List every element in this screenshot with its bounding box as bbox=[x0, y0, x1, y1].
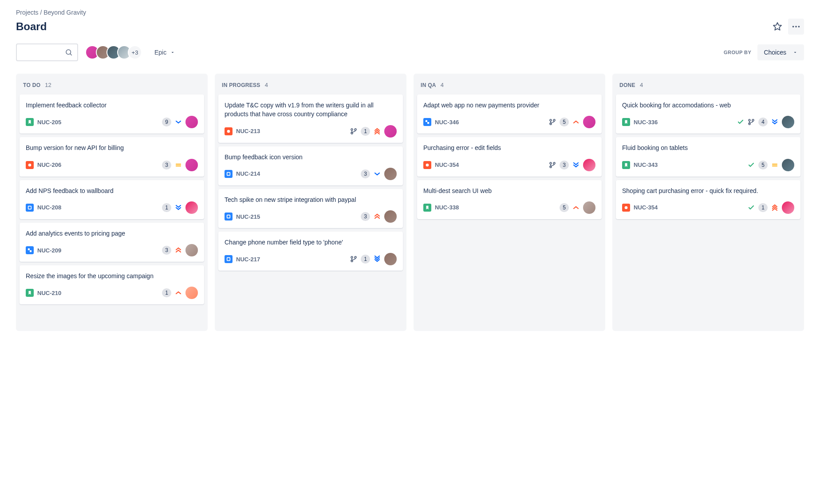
star-button[interactable] bbox=[769, 19, 785, 35]
svg-point-19 bbox=[355, 256, 356, 258]
issue-key: NUC-343 bbox=[634, 161, 658, 168]
card-title: Update T&C copy with v1.9 from the write… bbox=[225, 101, 397, 119]
assignee-avatar[interactable] bbox=[583, 201, 595, 214]
svg-line-4 bbox=[70, 54, 72, 55]
issue-card[interactable]: Resize the images for the upcoming campa… bbox=[20, 265, 204, 304]
issue-key: NUC-346 bbox=[435, 119, 459, 126]
column-count: 12 bbox=[45, 82, 51, 88]
story-points-badge: 4 bbox=[758, 118, 768, 126]
breadcrumb-project[interactable]: Beyond Gravity bbox=[43, 9, 86, 16]
issue-card[interactable]: Implement feedback collector NUC-205 9 bbox=[20, 94, 204, 134]
issue-card[interactable]: Tech spike on new stripe integration wit… bbox=[218, 189, 403, 228]
story-points-badge: 1 bbox=[162, 203, 171, 212]
issue-card[interactable]: Multi-dest search UI web NUC-338 5 bbox=[417, 180, 602, 219]
svg-point-27 bbox=[550, 162, 552, 164]
issue-card[interactable]: Update T&C copy with v1.9 from the write… bbox=[218, 94, 403, 143]
issue-key: NUC-209 bbox=[37, 247, 61, 254]
issue-card[interactable]: Add NPS feedback to wallboard NUC-208 1 bbox=[20, 180, 204, 219]
assignee-avatar[interactable] bbox=[782, 116, 794, 128]
svg-rect-10 bbox=[30, 250, 32, 252]
assignee-avatar[interactable] bbox=[782, 201, 794, 214]
assignee-avatar[interactable] bbox=[583, 159, 595, 171]
group-by-select[interactable]: Choices bbox=[757, 44, 804, 60]
issue-card[interactable]: Quick booking for accomodations - web NU… bbox=[616, 94, 800, 134]
priority-icon bbox=[175, 161, 182, 169]
assignee-avatar[interactable] bbox=[384, 210, 397, 223]
priority-icon bbox=[771, 118, 778, 126]
svg-point-18 bbox=[351, 256, 353, 258]
column-title: IN PROGRESS bbox=[222, 82, 260, 88]
issue-card[interactable]: Fluid booking on tablets NUC-343 5 bbox=[616, 137, 800, 176]
assignee-avatar[interactable] bbox=[384, 253, 397, 265]
column-count: 4 bbox=[441, 82, 444, 88]
issue-card[interactable]: Bump version for new API for billing NUC… bbox=[20, 137, 204, 176]
card-title: Change phone number field type to 'phone… bbox=[225, 238, 397, 247]
issue-key: NUC-215 bbox=[236, 213, 260, 220]
priority-icon bbox=[374, 128, 381, 135]
breadcrumb-root[interactable]: Projects bbox=[16, 9, 39, 16]
board-column: IN QA4 Adapt web app no new payments pro… bbox=[414, 74, 605, 331]
avatar-overflow[interactable]: +3 bbox=[128, 45, 142, 59]
issue-card[interactable]: Purchasing error - edit fields NUC-354 3 bbox=[417, 137, 602, 176]
subtask-icon bbox=[423, 118, 431, 126]
issue-key: NUC-354 bbox=[435, 161, 459, 168]
column-count: 4 bbox=[640, 82, 643, 88]
assignee-avatar[interactable] bbox=[384, 125, 397, 138]
svg-point-26 bbox=[426, 163, 429, 166]
svg-rect-17 bbox=[227, 258, 230, 261]
priority-icon bbox=[572, 204, 580, 211]
story-icon bbox=[423, 204, 431, 212]
svg-rect-9 bbox=[28, 248, 30, 250]
done-check-icon bbox=[748, 204, 755, 211]
bug-icon bbox=[26, 161, 34, 169]
search-input[interactable] bbox=[16, 43, 78, 61]
issue-card[interactable]: Bump feedback icon version NUC-214 3 bbox=[218, 146, 403, 185]
story-icon bbox=[622, 118, 630, 126]
assignee-avatar[interactable] bbox=[782, 159, 794, 171]
story-points-badge: 1 bbox=[361, 127, 370, 136]
epic-filter[interactable]: Epic bbox=[149, 45, 181, 59]
branch-icon bbox=[549, 161, 556, 169]
issue-card[interactable]: Add analytics events to pricing page NUC… bbox=[20, 223, 204, 262]
avatar-stack[interactable]: +3 bbox=[85, 45, 142, 59]
assignee-avatar[interactable] bbox=[583, 116, 595, 128]
chevron-down-icon bbox=[170, 50, 175, 55]
card-title: Purchasing error - edit fields bbox=[423, 143, 595, 152]
board-column: IN PROGRESS4 Update T&C copy with v1.9 f… bbox=[215, 74, 406, 331]
svg-point-2 bbox=[798, 26, 800, 28]
assignee-avatar[interactable] bbox=[185, 159, 198, 171]
svg-point-13 bbox=[355, 129, 356, 130]
task-icon bbox=[225, 170, 233, 178]
assignee-avatar[interactable] bbox=[384, 168, 397, 180]
story-points-badge: 1 bbox=[162, 288, 171, 297]
bug-icon bbox=[622, 204, 630, 212]
issue-key: NUC-214 bbox=[236, 170, 260, 177]
issue-key: NUC-338 bbox=[435, 204, 459, 211]
more-button[interactable] bbox=[788, 19, 804, 35]
assignee-avatar[interactable] bbox=[185, 287, 198, 299]
card-title: Shoping cart purchasing error - quick fi… bbox=[622, 186, 794, 195]
column-title: DONE bbox=[619, 82, 635, 88]
story-icon bbox=[622, 161, 630, 169]
card-title: Quick booking for accomodations - web bbox=[622, 101, 794, 110]
story-points-badge: 3 bbox=[162, 246, 171, 255]
svg-point-1 bbox=[795, 26, 797, 28]
branch-icon bbox=[748, 118, 755, 126]
card-title: Add NPS feedback to wallboard bbox=[26, 186, 198, 195]
issue-key: NUC-205 bbox=[37, 119, 61, 126]
card-title: Resize the images for the upcoming campa… bbox=[26, 272, 198, 280]
story-points-badge: 3 bbox=[361, 169, 370, 178]
assignee-avatar[interactable] bbox=[185, 116, 198, 128]
group-by-value: Choices bbox=[764, 49, 786, 56]
assignee-avatar[interactable] bbox=[185, 201, 198, 214]
issue-card[interactable]: Adapt web app no new payments provider N… bbox=[417, 94, 602, 134]
issue-card[interactable]: Shoping cart purchasing error - quick fi… bbox=[616, 180, 800, 219]
assignee-avatar[interactable] bbox=[185, 244, 198, 256]
svg-point-3 bbox=[66, 50, 71, 55]
page-title: Board bbox=[16, 20, 47, 33]
task-icon bbox=[26, 204, 34, 212]
issue-card[interactable]: Change phone number field type to 'phone… bbox=[218, 232, 403, 271]
svg-rect-21 bbox=[426, 120, 427, 122]
priority-icon bbox=[175, 289, 182, 296]
search-icon bbox=[65, 48, 73, 56]
